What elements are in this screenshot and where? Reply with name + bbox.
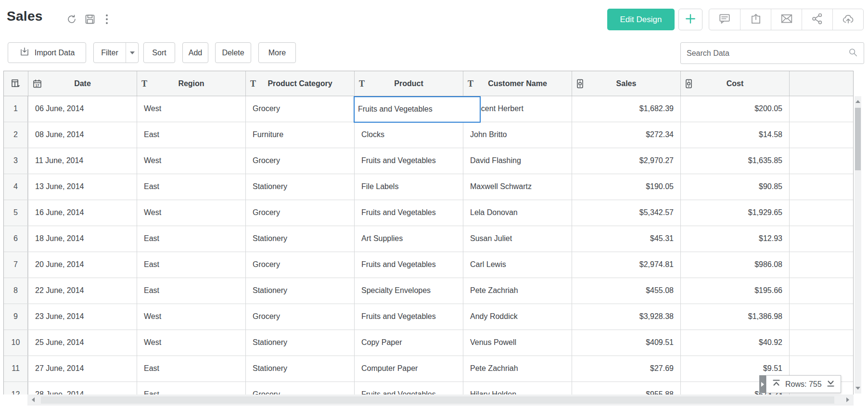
horizontal-scrollbar[interactable] [27, 394, 854, 406]
vertical-scrollbar-thumb[interactable] [855, 108, 861, 170]
cell-date[interactable]: 18 June, 2014 [28, 226, 137, 252]
cell-customer[interactable]: Carl Lewis [463, 252, 572, 278]
search-input[interactable] [681, 49, 848, 58]
column-header-category[interactable]: TProduct Category [245, 71, 354, 96]
cell-date[interactable]: 06 June, 2014 [28, 96, 137, 122]
cell-category[interactable]: Grocery [245, 382, 354, 394]
cell-category[interactable]: Grocery [245, 304, 354, 330]
cell-region[interactable]: East [137, 278, 245, 304]
add-new-button[interactable] [678, 9, 702, 30]
cell-product[interactable]: Art Supplies [354, 226, 463, 252]
import-data-button[interactable]: Import Data [8, 42, 86, 63]
cell-product[interactable]: Clocks [354, 122, 463, 148]
cell-date[interactable]: 13 June, 2014 [28, 174, 137, 200]
email-button[interactable] [771, 9, 802, 30]
cell-region[interactable]: West [137, 304, 245, 330]
selected-cell[interactable]: Fruits and Vegetables [354, 96, 481, 123]
cell-region[interactable]: East [137, 356, 245, 382]
scroll-up-icon[interactable] [855, 100, 860, 103]
cell-customer[interactable]: Maxwell Schwartz [463, 174, 572, 200]
kebab-menu-icon[interactable] [103, 13, 110, 25]
cell-date[interactable]: 16 June, 2014 [28, 200, 137, 226]
cell-sales[interactable]: $190.05 [572, 174, 680, 200]
go-to-bottom-icon[interactable] [827, 379, 835, 389]
cell-category[interactable]: Stationery [245, 226, 354, 252]
cell-region[interactable]: West [137, 330, 245, 356]
cell-cost[interactable]: $1,929.65 [680, 200, 789, 226]
comment-button[interactable] [709, 9, 740, 30]
cell-sales[interactable]: $45.31 [572, 226, 680, 252]
cell-region[interactable]: East [137, 226, 245, 252]
refresh-icon[interactable] [66, 13, 77, 25]
cell-cost[interactable]: $12.93 [680, 226, 789, 252]
cell-region[interactable]: East [137, 122, 245, 148]
cell-date[interactable]: 27 June, 2014 [28, 356, 137, 382]
cell-cost[interactable]: $195.66 [680, 278, 789, 304]
cell-region[interactable]: West [137, 148, 245, 174]
cell-sales[interactable]: $409.51 [572, 330, 680, 356]
cell-customer[interactable]: Hilary Holden [463, 382, 572, 394]
cell-category[interactable]: Grocery [245, 148, 354, 174]
cell-sales[interactable]: $272.34 [572, 122, 680, 148]
cell-cost[interactable]: $1,386.98 [680, 304, 789, 330]
cell-cost[interactable]: $986.08 [680, 252, 789, 278]
cell-product[interactable]: Fruits and Vegetables [354, 382, 463, 394]
cell-sales[interactable]: $455.08 [572, 278, 680, 304]
filter-dropdown-button[interactable] [126, 43, 138, 63]
cell-sales[interactable]: $27.69 [572, 356, 680, 382]
cell-category[interactable]: Grocery [245, 96, 354, 122]
column-header-customer[interactable]: TCustomer Name [463, 71, 572, 96]
go-to-top-icon[interactable] [772, 379, 780, 389]
cell-date[interactable]: 28 June, 2014 [28, 382, 137, 394]
cell-date[interactable]: 11 June, 2014 [28, 148, 137, 174]
cell-region[interactable]: East [137, 382, 245, 394]
column-header-num[interactable] [4, 71, 28, 96]
cell-product[interactable]: Fruits and Vegetables [354, 252, 463, 278]
cell-cost[interactable]: $14.58 [680, 122, 789, 148]
cell-sales[interactable]: $955.88 [572, 382, 680, 394]
cell-region[interactable]: West [137, 200, 245, 226]
column-header-sales[interactable]: Sales [572, 71, 680, 96]
export-button[interactable] [740, 9, 771, 30]
cell-date[interactable]: 22 June, 2014 [28, 278, 137, 304]
filter-button[interactable]: Filter [93, 42, 139, 63]
cell-customer[interactable]: Pete Zachriah [463, 278, 572, 304]
publish-button[interactable] [832, 9, 863, 30]
cell-sales[interactable]: $1,682.39 [572, 96, 680, 122]
sort-button[interactable]: Sort [143, 42, 175, 63]
scroll-left-icon[interactable] [32, 397, 35, 402]
vertical-scrollbar[interactable] [855, 96, 861, 394]
cell-customer[interactable]: Venus Powell [463, 330, 572, 356]
cell-cost[interactable]: $200.05 [680, 96, 789, 122]
cell-product[interactable]: Copy Paper [354, 330, 463, 356]
cell-sales[interactable]: $5,342.57 [572, 200, 680, 226]
cell-date[interactable]: 23 June, 2014 [28, 304, 137, 330]
cell-category[interactable]: Stationery [245, 278, 354, 304]
cell-product[interactable]: Fruits and Vegetables [354, 148, 463, 174]
add-button[interactable]: Add [182, 42, 208, 63]
cell-category[interactable]: Furniture [245, 122, 354, 148]
cell-customer[interactable]: John Britto [463, 122, 572, 148]
cell-cost[interactable]: $40.92 [680, 330, 789, 356]
scroll-right-icon[interactable] [846, 397, 849, 402]
cell-product[interactable]: Fruits and Vegetables [354, 304, 463, 330]
cell-date[interactable]: 08 June, 2014 [28, 122, 137, 148]
cell-customer[interactable]: Lela Donovan [463, 200, 572, 226]
cell-category[interactable]: Stationery [245, 356, 354, 382]
cell-product[interactable]: Fruits and Vegetables [354, 200, 463, 226]
grid-select-all-icon[interactable] [11, 79, 21, 89]
cell-sales[interactable]: $2,974.81 [572, 252, 680, 278]
cell-cost[interactable]: $1,635.85 [680, 148, 789, 174]
column-header-product[interactable]: TProduct [354, 71, 463, 96]
cell-region[interactable]: West [137, 96, 245, 122]
cell-date[interactable]: 25 June, 2014 [28, 330, 137, 356]
rows-badge-collapse-button[interactable] [759, 375, 766, 393]
column-header-region[interactable]: TRegion [137, 71, 245, 96]
cell-cost[interactable]: $90.85 [680, 174, 789, 200]
cell-product[interactable]: File Labels [354, 174, 463, 200]
cell-region[interactable]: East [137, 174, 245, 200]
cell-category[interactable]: Grocery [245, 252, 354, 278]
cell-category[interactable]: Stationery [245, 174, 354, 200]
cell-customer[interactable]: Susan Juliet [463, 226, 572, 252]
column-header-date[interactable]: 17Date [28, 71, 137, 96]
